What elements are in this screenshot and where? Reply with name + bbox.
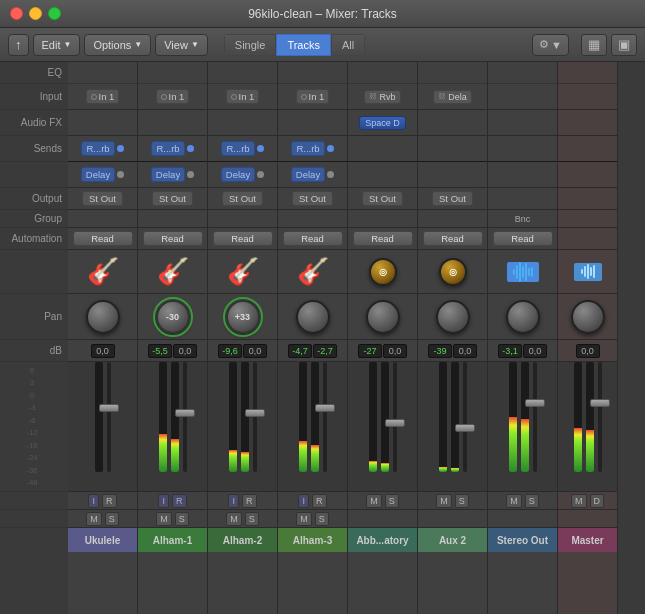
alham3-output[interactable]: St Out (278, 188, 347, 210)
gear-button[interactable]: ⚙ ▼ (532, 34, 569, 56)
alham3-automation-btn[interactable]: Read (283, 231, 343, 246)
alham2-pan[interactable]: +33 (208, 294, 277, 340)
tab-single[interactable]: Single (224, 34, 277, 56)
alham2-sends2[interactable]: Delay (208, 162, 277, 188)
ukulele-automation-btn[interactable]: Read (73, 231, 133, 246)
abb-automation[interactable]: Read (348, 228, 417, 250)
alham3-pan[interactable] (278, 294, 347, 340)
aux2-s-btn[interactable]: S (455, 494, 469, 508)
ukulele-pan-knob[interactable] (86, 300, 120, 334)
alham2-sends-btn[interactable]: R...rb (221, 141, 254, 156)
alham1-sends2-btn[interactable]: Delay (151, 167, 185, 182)
ukulele-input-btn[interactable]: In 1 (86, 89, 120, 104)
alham1-ir[interactable]: I R (138, 492, 207, 510)
aux2-fader[interactable] (418, 362, 487, 492)
ukulele-output[interactable]: St Out (68, 188, 137, 210)
abb-audiofx-btn[interactable]: Space D (359, 116, 406, 130)
stereo-s-btn[interactable]: S (525, 494, 539, 508)
alham3-sends2-dot[interactable] (327, 171, 334, 178)
master-fader-thumb[interactable] (590, 399, 610, 407)
abb-ms1[interactable]: M S (348, 492, 417, 510)
alham3-pan-knob[interactable] (296, 300, 330, 334)
aux2-automation[interactable]: Read (418, 228, 487, 250)
alham2-sends2-btn[interactable]: Delay (221, 167, 255, 182)
alham3-sends2[interactable]: Delay (278, 162, 347, 188)
alham3-input-btn[interactable]: In 1 (296, 89, 330, 104)
alham2-ir[interactable]: I R (208, 492, 277, 510)
stereo-name[interactable]: Stereo Out (488, 528, 557, 552)
ukulele-sends1[interactable]: R...rb (68, 136, 137, 162)
ukulele-sends2-dot[interactable] (117, 171, 124, 178)
alham1-fader-track[interactable] (183, 362, 187, 472)
ukulele-output-btn[interactable]: St Out (82, 191, 123, 206)
stereo-fader[interactable] (488, 362, 557, 492)
tab-tracks[interactable]: Tracks (276, 34, 331, 56)
ukulele-name[interactable]: Ukulele (68, 528, 137, 552)
abb-name[interactable]: Abb...atory (348, 528, 417, 552)
ukulele-input[interactable]: In 1 (68, 84, 137, 110)
ukulele-sends-dot[interactable] (117, 145, 124, 152)
aux2-output-btn[interactable]: St Out (432, 191, 473, 206)
alham3-input[interactable]: In 1 (278, 84, 347, 110)
maximize-button[interactable] (48, 7, 61, 20)
abb-fader[interactable] (348, 362, 417, 492)
alham3-ir[interactable]: I R (278, 492, 347, 510)
aux2-pan-knob[interactable] (436, 300, 470, 334)
alham2-sends1[interactable]: R...rb (208, 136, 277, 162)
alham1-automation-btn[interactable]: Read (143, 231, 203, 246)
abb-m-btn[interactable]: M (366, 494, 382, 508)
abb-s-btn[interactable]: S (385, 494, 399, 508)
alham3-fader-track[interactable] (323, 362, 327, 472)
alham2-output-btn[interactable]: St Out (222, 191, 263, 206)
stereo-pan[interactable] (488, 294, 557, 340)
stereo-automation-btn[interactable]: Read (493, 231, 553, 246)
stereo-fader-thumb[interactable] (525, 399, 545, 407)
close-button[interactable] (10, 7, 23, 20)
alham2-input[interactable]: In 1 (208, 84, 277, 110)
alham2-fader-thumb[interactable] (245, 409, 265, 417)
alham1-sends2[interactable]: Delay (138, 162, 207, 188)
stereo-m-btn[interactable]: M (506, 494, 522, 508)
alham2-name[interactable]: Alham-2 (208, 528, 277, 552)
alham1-sends1[interactable]: R...rb (138, 136, 207, 162)
ukulele-automation[interactable]: Read (68, 228, 137, 250)
ukulele-r-btn[interactable]: R (102, 494, 117, 508)
alham2-r-btn[interactable]: R (242, 494, 257, 508)
alham3-name[interactable]: Alham-3 (278, 528, 347, 552)
alham1-pan[interactable]: -30 (138, 294, 207, 340)
aux2-automation-btn[interactable]: Read (423, 231, 483, 246)
alham3-sends-btn[interactable]: R...rb (291, 141, 324, 156)
master-name[interactable]: Master (558, 528, 617, 552)
master-pan[interactable] (558, 294, 617, 340)
abb-audiofx[interactable]: Space D (348, 110, 417, 136)
abb-output-btn[interactable]: St Out (362, 191, 403, 206)
ukulele-fader-track[interactable] (107, 362, 111, 472)
alham2-sends-dot[interactable] (257, 145, 264, 152)
alham3-sends1[interactable]: R...rb (278, 136, 347, 162)
alham1-sends2-dot[interactable] (187, 171, 194, 178)
alham3-ms[interactable]: M S (278, 510, 347, 528)
alham3-output-btn[interactable]: St Out (292, 191, 333, 206)
alham1-input-btn[interactable]: In 1 (156, 89, 190, 104)
master-ms1[interactable]: M D (558, 492, 617, 510)
alham2-i-btn[interactable]: I (228, 494, 239, 508)
alham3-automation[interactable]: Read (278, 228, 347, 250)
abb-input[interactable]: ⛓ Rvb (348, 84, 417, 110)
abb-fader-track[interactable] (393, 362, 397, 472)
alham2-m-btn[interactable]: M (226, 512, 242, 526)
alham1-output[interactable]: St Out (138, 188, 207, 210)
stereo-fader-track[interactable] (533, 362, 537, 472)
ukulele-pan[interactable] (68, 294, 137, 340)
alham1-m-btn[interactable]: M (156, 512, 172, 526)
master-d-btn[interactable]: D (590, 494, 605, 508)
alham2-automation-btn[interactable]: Read (213, 231, 273, 246)
back-button[interactable]: ↑ (8, 34, 29, 56)
master-fader-track[interactable] (598, 362, 602, 472)
aux2-fader-track[interactable] (463, 362, 467, 472)
alham1-sends-dot[interactable] (187, 145, 194, 152)
ukulele-s-btn[interactable]: S (105, 512, 119, 526)
ukulele-i-btn[interactable]: I (88, 494, 99, 508)
aux2-fader-thumb[interactable] (455, 424, 475, 432)
alham2-automation[interactable]: Read (208, 228, 277, 250)
options-button[interactable]: Options ▼ (84, 34, 151, 56)
